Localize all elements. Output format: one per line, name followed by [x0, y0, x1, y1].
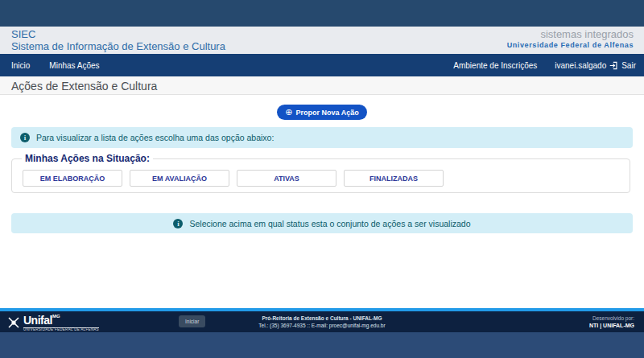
footer-developed-by: Desenvolvido por: NTI | UNIFAL-MG — [589, 315, 634, 329]
page-title-bar: Ações de Extensão e Cultura — [0, 76, 644, 95]
filter-button-em-elaboracao[interactable]: EM ELABORAÇÃO — [23, 170, 122, 187]
header-band: SIEC Sistema de Informação de Extensão e… — [0, 27, 644, 54]
nav-item-minhas-acoes[interactable]: Minhas Ações — [49, 61, 99, 70]
user-block: ivanei.salgado Sair — [555, 61, 636, 70]
developed-by-name: NTI | UNIFAL-MG — [589, 322, 634, 329]
nav-item-inicio[interactable]: Inicio — [11, 61, 30, 70]
footer-org-line1: Pró-Reitoria de Extensão e Cultura - UNI… — [0, 315, 644, 322]
info-icon: i — [173, 219, 183, 228]
info-alert-bottom-text: Selecione acima em qual status esta o co… — [189, 219, 470, 228]
filter-button-finalizadas[interactable]: FINALIZADAS — [344, 170, 444, 187]
screen: SIEC Sistema de Informação de Extensão e… — [0, 0, 644, 358]
footer-lower-band — [0, 332, 644, 358]
footer-org-line2: Tel.: (35) 3697-4935 :: E-mail: proec@un… — [0, 322, 644, 329]
info-alert-bottom: i Selecione acima em qual status esta o … — [11, 213, 633, 233]
logout-link[interactable]: Sair — [621, 61, 636, 70]
page-title: Ações de Extensão e Cultura — [11, 80, 157, 93]
brand-university-label: Universidade Federal de Alfenas — [507, 40, 634, 50]
footer-bar: UnifalMG UNIVERSIDADE FEDERAL DE ALFENAS… — [0, 311, 644, 332]
propose-row: ⊕ Propor Nova Ação — [0, 105, 644, 120]
developed-by-label: Desenvolvido por: — [589, 315, 634, 322]
situation-legend: Minhas Ações na Situação: — [22, 153, 153, 164]
top-strip — [0, 0, 644, 27]
propose-button-label: Propor Nova Ação — [296, 109, 359, 117]
app-code: SIEC — [11, 28, 225, 40]
username-label[interactable]: ivanei.salgado — [555, 61, 606, 70]
plus-circle-icon: ⊕ — [285, 108, 292, 117]
brand-systems-label: sistemas integrados — [507, 29, 634, 40]
info-alert-top-text: Para visualizar a lista de ações escolha… — [36, 133, 274, 142]
footer-org-info: Pró-Reitoria de Extensão e Cultura - UNI… — [0, 315, 644, 329]
propose-new-action-button[interactable]: ⊕ Propor Nova Ação — [277, 105, 366, 120]
filter-button-em-avaliacao[interactable]: EM AVALIAÇÃO — [130, 170, 229, 187]
filter-button-ativas[interactable]: ATIVAS — [237, 170, 336, 187]
situation-fieldset: Minhas Ações na Situação: EM ELABORAÇÃO … — [11, 153, 630, 193]
situation-buttons: EM ELABORAÇÃO EM AVALIAÇÃO ATIVAS FINALI… — [23, 170, 630, 187]
nav-item-ambiente-inscricoes[interactable]: Ambiente de Inscrições — [453, 61, 537, 70]
university-brand: sistemas integrados Universidade Federal… — [507, 29, 634, 50]
info-alert-top: i Para visualizar a lista de ações escol… — [11, 127, 633, 148]
sign-out-icon[interactable] — [609, 61, 618, 70]
nav-right: Ambiente de Inscrições ivanei.salgado Sa… — [453, 61, 636, 70]
app-name: Sistema de Informação de Extensão e Cult… — [11, 40, 225, 52]
app-identity: SIEC Sistema de Informação de Extensão e… — [11, 28, 225, 52]
main-content: ⊕ Propor Nova Ação i Para visualizar a l… — [0, 95, 644, 308]
nav-left: Inicio Minhas Ações — [11, 61, 100, 70]
main-nav: Inicio Minhas Ações Ambiente de Inscriçõ… — [0, 54, 644, 76]
info-icon: i — [20, 133, 30, 142]
